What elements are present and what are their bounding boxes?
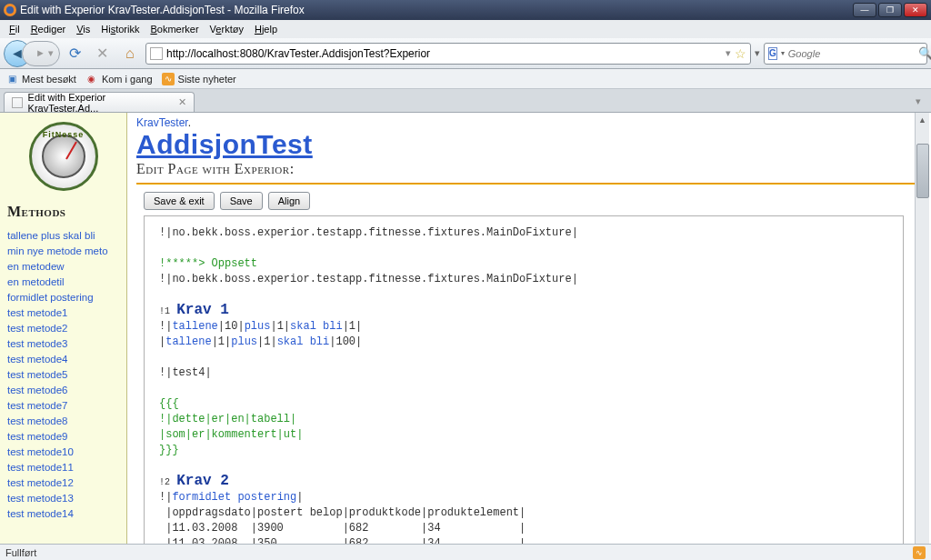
menu-historikk[interactable]: Historikk [95,22,145,36]
status-rss-icon[interactable]: ∿ [913,546,926,559]
method-link[interactable]: test metode3 [4,335,123,351]
tab-label: Edit with Experior KravTester.Ad... [28,92,173,114]
search-engine-chevron-icon[interactable]: ▾ [781,49,785,57]
editor-area[interactable]: !|no.bekk.boss.experior.testapp.fitnesse… [144,215,904,544]
bookmark-kom-i-gang[interactable]: ◉Kom i gang [85,73,153,85]
method-link[interactable]: test metode9 [4,428,123,444]
search-bar[interactable]: G ▾ 🔍 [764,43,927,65]
method-link[interactable]: min nye metode meto [4,243,123,258]
gauge-needle-icon [65,141,77,159]
tab-close-icon[interactable]: ✕ [178,96,186,108]
scroll-thumb[interactable] [916,144,929,198]
page-subtitle: Edit Page with Experior: [136,159,922,183]
bookmark-label: Mest besøkt [22,74,76,85]
method-link[interactable]: en metodew [4,258,123,274]
close-button[interactable]: ✕ [904,3,927,17]
bookmark-mest-besokt[interactable]: ▣Mest besøkt [5,73,76,85]
menu-rediger[interactable]: Rediger [25,22,72,36]
tab-active[interactable]: Edit with Experior KravTester.Ad... ✕ [4,92,195,112]
nav-toolbar: ◄ ► ▾ ⟳ ✕ ⌂ ▾ ☆ ▾ G ▾ 🔍 [0,38,931,69]
method-link[interactable]: formidlet postering [4,289,123,305]
method-list: tallene plus skal blimin nye metode meto… [0,227,126,521]
methods-heading: Methods [0,200,126,227]
forward-button[interactable]: ► ▾ [22,41,60,66]
status-text: Fullført [5,547,36,558]
method-link[interactable]: test metode7 [4,397,123,413]
method-link[interactable]: test metode10 [4,444,123,459]
save-exit-button[interactable]: Save & exit [144,192,215,210]
menu-verktoy[interactable]: Verktøy [205,22,249,36]
new-tab-button[interactable]: ▾ [909,92,927,110]
button-row: Save & exit Save Align [144,192,915,210]
reload-icon: ⟳ [69,45,81,62]
url-dropdown-icon[interactable]: ▾ [755,47,760,59]
window-controls: — ❐ ✕ [853,3,927,17]
stop-button[interactable]: ✕ [91,42,115,65]
menu-bar: Fil Rediger Vis Historikk Bokmerker Verk… [0,20,931,38]
bookmarks-toolbar: ▣Mest besøkt ◉Kom i gang ∿Siste nyheter [0,69,931,89]
home-button[interactable]: ⌂ [118,42,142,65]
url-input[interactable] [166,47,722,60]
method-link[interactable]: test metode6 [4,382,123,397]
menu-bokmerker[interactable]: Bokmerker [145,22,204,36]
align-button[interactable]: Align [268,192,310,210]
tab-icon [12,97,23,108]
scrollbar-vertical[interactable]: ▲ [915,113,929,544]
main-panel: KravTester. AddisjonTest Edit Page with … [127,113,929,544]
scroll-up-icon[interactable]: ▲ [916,113,929,127]
breadcrumb: KravTester. [136,113,922,129]
method-link[interactable]: test metode1 [4,305,123,320]
method-link[interactable]: test metode2 [4,320,123,335]
content-area: FitNesse Methods tallene plus skal blimi… [0,113,929,544]
method-link[interactable]: test metode13 [4,490,123,505]
page-title[interactable]: AddisjonTest [136,129,922,159]
breadcrumb-parent[interactable]: KravTester [136,116,188,129]
maximize-button[interactable]: ❐ [878,3,902,17]
feed-icon[interactable]: ▾ [726,47,731,59]
divider [136,183,922,185]
google-icon: G [768,47,777,60]
save-button[interactable]: Save [220,192,263,210]
method-link[interactable]: test metode5 [4,366,123,382]
status-bar: Fullført ∿ [0,544,931,560]
fitnesse-logo: FitNesse [29,122,98,191]
method-link[interactable]: en metodetil [4,274,123,289]
search-input[interactable] [788,48,915,59]
method-link[interactable]: test metode11 [4,459,123,475]
method-link[interactable]: test metode4 [4,351,123,366]
method-link[interactable]: test metode8 [4,413,123,428]
minimize-button[interactable]: — [853,3,876,17]
method-link[interactable]: test metode12 [4,475,123,490]
firefox-icon [4,4,16,16]
bookmark-label: Siste nyheter [178,74,236,85]
bookmark-siste-nyheter[interactable]: ∿Siste nyheter [162,73,236,85]
reload-button[interactable]: ⟳ [64,42,87,65]
page-icon [150,47,163,60]
menu-vis[interactable]: Vis [71,22,95,36]
menu-hjelp[interactable]: Hjelp [249,22,283,36]
window-title: Edit with Experior KravTester.AddisjonTe… [20,4,853,16]
method-link[interactable]: tallene plus skal bli [4,227,123,243]
home-icon: ⌂ [125,45,135,62]
rss-icon: ∿ [162,73,175,85]
menu-fil[interactable]: Fil [4,22,25,36]
bookmark-star-icon[interactable]: ☆ [735,46,746,61]
start-icon: ◉ [85,73,98,85]
window-titlebar: Edit with Experior KravTester.AddisjonTe… [0,0,931,20]
stop-icon: ✕ [96,45,108,62]
bookmark-label: Kom i gang [102,74,153,85]
method-link[interactable]: test metode14 [4,505,123,521]
search-icon[interactable]: 🔍 [918,46,931,60]
logo-text: FitNesse [43,130,85,139]
tab-strip: Edit with Experior KravTester.Ad... ✕ ▾ [0,89,931,113]
folder-icon: ▣ [5,73,18,85]
sidebar: FitNesse Methods tallene plus skal blimi… [0,113,127,544]
url-bar[interactable]: ▾ ☆ [145,43,751,65]
